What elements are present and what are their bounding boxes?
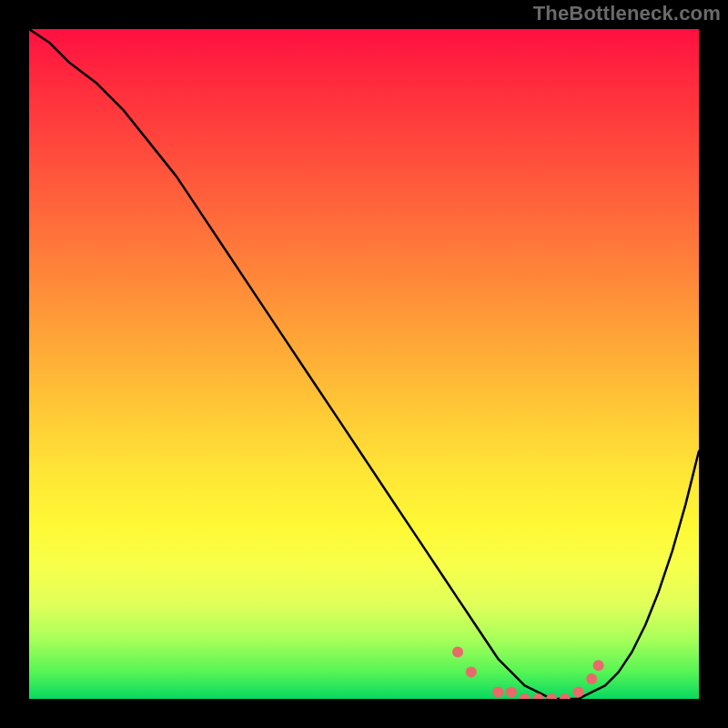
- marker-dot: [506, 687, 517, 698]
- curve-path: [29, 29, 699, 699]
- marker-dot: [593, 660, 604, 671]
- watermark-text: TheBottleneck.com: [533, 2, 721, 25]
- chart-frame: TheBottleneck.com: [0, 0, 728, 728]
- marker-dot: [560, 693, 571, 699]
- marker-dot: [492, 687, 503, 698]
- chart-svg: [29, 29, 699, 699]
- marker-dot: [532, 693, 543, 699]
- marker-dot: [573, 687, 584, 698]
- marker-dot: [546, 693, 557, 699]
- plot-area: [29, 29, 699, 699]
- marker-dot: [466, 667, 477, 678]
- marker-dot: [452, 647, 463, 658]
- marker-dot: [520, 693, 531, 699]
- marker-group: [452, 647, 604, 700]
- marker-dot: [586, 673, 597, 684]
